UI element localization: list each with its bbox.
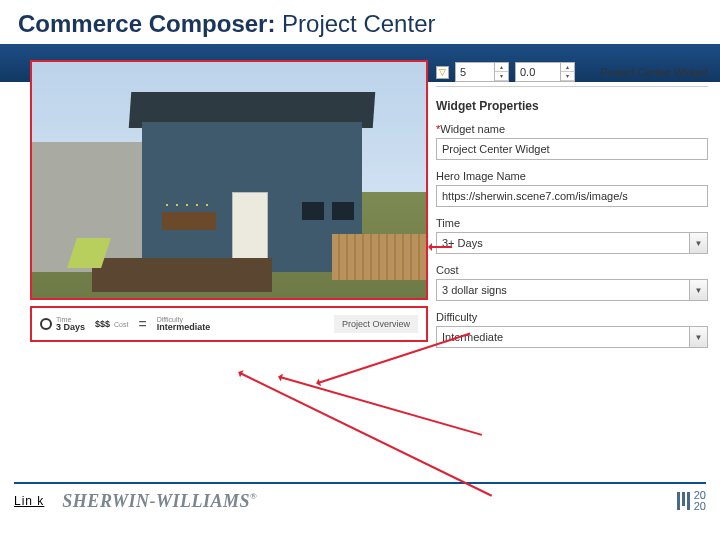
- chevron-down-icon: ▼: [689, 280, 707, 300]
- difficulty-value: Intermediate: [442, 331, 503, 343]
- column-stepper[interactable]: 5 ▴▾: [455, 62, 509, 82]
- title-regular: Project Center: [275, 10, 435, 37]
- field-difficulty: Difficulty Intermediate ▼: [436, 311, 708, 348]
- widget-name-input[interactable]: Project Center Widget: [436, 138, 708, 160]
- chevron-down-icon: ▼: [689, 233, 707, 253]
- clock-icon: [40, 318, 52, 330]
- arrow-hero: [430, 246, 452, 248]
- hero-image-label: Hero Image Name: [436, 170, 708, 182]
- properties-panel: ▽ 5 ▴▾ 0.0 ▴▾ Project Center Widget Widg…: [436, 60, 708, 358]
- arrow-difficulty: [240, 372, 493, 497]
- stepper-icon[interactable]: ▴▾: [494, 63, 508, 81]
- logo-year-bottom: 20: [694, 501, 706, 512]
- weight-value: 0.0: [520, 66, 535, 78]
- stepper-icon[interactable]: ▴▾: [560, 63, 574, 81]
- cost-label: Cost: [436, 264, 708, 276]
- difficulty-select[interactable]: Intermediate ▼: [436, 326, 708, 348]
- widget-name-label: Widget name: [440, 123, 505, 135]
- properties-heading: Widget Properties: [436, 99, 708, 113]
- m-icon: [677, 492, 690, 510]
- metrics-bar: Time 3 Days $$$ Cost = Difficulty Interm…: [30, 306, 428, 342]
- field-widget-name: *Widget name Project Center Widget: [436, 123, 708, 160]
- metric-difficulty: Difficulty Intermediate: [157, 316, 211, 333]
- field-time: Time 3+ Days ▼: [436, 217, 708, 254]
- difficulty-label: Difficulty: [436, 311, 708, 323]
- metric-difficulty-value: Intermediate: [157, 323, 211, 333]
- metric-cost: $$$ Cost: [95, 319, 128, 329]
- field-cost: Cost 3 dollar signs ▼: [436, 264, 708, 301]
- widget-row-name: Project Center Widget: [600, 66, 708, 78]
- equals-icon: =: [138, 316, 146, 332]
- cost-select[interactable]: 3 dollar signs ▼: [436, 279, 708, 301]
- time-label: Time: [436, 217, 708, 229]
- time-select[interactable]: 3+ Days ▼: [436, 232, 708, 254]
- title-bold: Commerce Composer:: [18, 10, 275, 37]
- footer-link[interactable]: Lin k: [14, 494, 44, 508]
- weight-stepper[interactable]: 0.0 ▴▾: [515, 62, 575, 82]
- hero-image: [30, 60, 428, 300]
- metric-time-value: 3 Days: [56, 323, 85, 333]
- cost-value: 3 dollar signs: [442, 284, 507, 296]
- chevron-down-icon: ▼: [689, 327, 707, 347]
- footer: Lin k SHERWIN-WILLIAMS® 20 20: [14, 482, 706, 512]
- panel-top-row: ▽ 5 ▴▾ 0.0 ▴▾ Project Center Widget: [436, 60, 708, 87]
- field-hero-image: Hero Image Name https://sherwin.scene7.c…: [436, 170, 708, 207]
- page-title: Commerce Composer: Project Center: [0, 0, 720, 46]
- expand-toggle[interactable]: ▽: [436, 66, 449, 79]
- preview-pane: Time 3 Days $$$ Cost = Difficulty Interm…: [30, 60, 428, 358]
- project-overview-button[interactable]: Project Overview: [334, 315, 418, 333]
- column-value: 5: [460, 66, 466, 78]
- metric-cost-value: $$$: [95, 319, 110, 329]
- brand-logo: SHERWIN-WILLIAMS®: [62, 491, 257, 512]
- m2020-logo: 20 20: [677, 490, 706, 512]
- metric-cost-label: Cost: [114, 321, 128, 328]
- hero-image-input[interactable]: https://sherwin.scene7.com/is/image/s: [436, 185, 708, 207]
- metric-time: Time 3 Days: [40, 316, 85, 333]
